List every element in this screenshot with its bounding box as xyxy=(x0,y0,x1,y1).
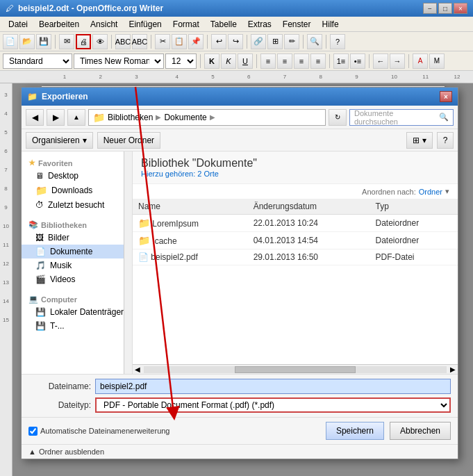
file-folder-icon-1: 📁 xyxy=(138,218,150,229)
close-button[interactable]: × xyxy=(454,3,467,14)
cancel-button[interactable]: Abbrechen xyxy=(390,422,451,440)
library-subtitle-link[interactable]: 2 Orte xyxy=(197,170,219,178)
preview-button[interactable]: 👁 xyxy=(92,34,108,49)
menu-tabelle[interactable]: Tabelle xyxy=(205,18,242,31)
sidebar-item-videos[interactable]: 🎬 Videos xyxy=(22,272,132,286)
hyperlink-button[interactable]: 🔗 xyxy=(251,34,266,49)
file-type-3: PDF-Datei xyxy=(370,249,458,265)
find-button[interactable]: 🔍 xyxy=(307,34,322,49)
sidebar-item-downloads[interactable]: 📁 Downloads xyxy=(22,183,132,198)
horizontal-scrollbar[interactable]: ◀ ▶ xyxy=(133,364,458,374)
copy-button[interactable]: 📋 xyxy=(172,34,187,49)
filename-input[interactable] xyxy=(95,379,451,394)
maximize-button[interactable]: □ xyxy=(438,3,452,14)
autocorrect-button[interactable]: ABC xyxy=(132,34,147,49)
table-row[interactable]: 📁 LoremIpsum 22.01.2013 10:24 Dateiordne… xyxy=(133,215,458,232)
save-button[interactable]: Speichern xyxy=(326,422,384,440)
minimize-button[interactable]: − xyxy=(423,3,437,14)
file-name-3: beispiel2.pdf xyxy=(151,252,197,262)
menu-fenster[interactable]: Fenster xyxy=(277,18,317,31)
italic-button[interactable]: K xyxy=(221,54,236,69)
vertical-ruler: 3 4 5 6 7 8 9 10 11 12 13 14 15 xyxy=(0,83,13,476)
menu-extras[interactable]: Extras xyxy=(242,18,277,31)
font-select[interactable]: Times New Roman xyxy=(74,54,164,69)
arrange-value[interactable]: Ordner xyxy=(419,188,442,196)
dialog-sidebar: ★ Favoriten 🖥 Desktop 📁 Downloads ⏱ Zule… xyxy=(22,151,133,374)
breadcrumb-item-libraries[interactable]: Bibliotheken xyxy=(108,113,153,122)
collapse-folders-bar[interactable]: ▲ Ordner ausblenden xyxy=(22,444,458,459)
new-document-button[interactable]: 📄 xyxy=(3,34,18,49)
scrollbar-track[interactable] xyxy=(144,366,447,373)
dialog-toolbar: Organisieren ▾ Neuer Ordner ⊞ ▾ ? xyxy=(22,129,458,151)
sidebar-item-drive-t[interactable]: 💾 T-... xyxy=(22,319,132,333)
scrollbar-thumb[interactable] xyxy=(235,366,356,373)
sidebar-item-recent[interactable]: ⏱ Zuletzt besucht xyxy=(22,198,132,212)
align-center-button[interactable]: ≡ xyxy=(277,54,292,69)
align-right-button[interactable]: ≡ xyxy=(294,54,309,69)
table-button[interactable]: ⊞ xyxy=(267,34,283,49)
font-color-button[interactable]: A xyxy=(413,54,428,69)
table-row[interactable]: 📄 beispiel2.pdf 29.01.2013 16:50 PDF-Dat… xyxy=(133,249,458,265)
menu-ansicht[interactable]: Ansicht xyxy=(85,18,123,31)
sidebar-item-music[interactable]: 🎵 Musik xyxy=(22,258,132,272)
drive-t-icon: 💾 xyxy=(35,321,46,331)
highlight-button[interactable]: M xyxy=(429,54,445,69)
auto-extension-checkbox[interactable] xyxy=(28,427,38,436)
window-icon: 🖊 xyxy=(6,3,14,13)
menu-hilfe[interactable]: Hilfe xyxy=(317,18,345,31)
organize-button[interactable]: Organisieren ▾ xyxy=(26,132,93,149)
title-bar: 🖊 beispiel2.odt - OpenOffice.org Writer … xyxy=(0,0,473,17)
numbering-button[interactable]: 1≡ xyxy=(333,54,349,69)
filetype-select[interactable]: PDF - Portable Document Format (.pdf) (*… xyxy=(95,397,451,413)
dialog-help-button[interactable]: ? xyxy=(437,132,454,149)
nav-forward-button[interactable]: ▶ xyxy=(47,109,65,126)
column-date[interactable]: Änderungsdatum xyxy=(248,199,370,215)
indent-button[interactable]: → xyxy=(390,54,405,69)
font-size-select[interactable]: 12 xyxy=(165,54,197,69)
save-button[interactable]: 💾 xyxy=(36,34,51,49)
undo-button[interactable]: ↩ xyxy=(211,34,226,49)
nav-up-button[interactable]: ▲ xyxy=(67,109,85,126)
table-row[interactable]: 📁 .cache 04.01.2013 14:54 Dateiordner xyxy=(133,232,458,249)
menu-bar: Datei Bearbeiten Ansicht Einfügen Format… xyxy=(0,17,473,32)
sidebar-item-local-drive[interactable]: 💾 Lokaler Datenträger xyxy=(22,305,132,319)
column-type[interactable]: Typ xyxy=(370,199,458,215)
column-name[interactable]: Name xyxy=(133,199,248,215)
scroll-left-button[interactable]: ◀ xyxy=(133,366,142,373)
open-button[interactable]: 📂 xyxy=(19,34,35,49)
fmt-separator-5 xyxy=(408,54,409,68)
paste-button[interactable]: 📌 xyxy=(188,34,204,49)
justify-button[interactable]: ≡ xyxy=(310,54,326,69)
menu-datei[interactable]: Datei xyxy=(3,18,33,31)
breadcrumb-item-documents[interactable]: Dokumente xyxy=(164,113,206,122)
library-subtitle: Hierzu gehören: 2 Orte xyxy=(141,170,449,178)
help-button[interactable]: ? xyxy=(330,34,345,49)
email-button[interactable]: ✉ xyxy=(59,34,74,49)
sidebar-item-documents[interactable]: 📄 Dokumente xyxy=(22,245,132,258)
nav-refresh-button[interactable]: ↻ xyxy=(329,109,347,126)
print-button[interactable]: 🖨 xyxy=(76,34,91,49)
new-folder-button[interactable]: Neuer Ordner xyxy=(97,132,160,149)
menu-bearbeiten[interactable]: Bearbeiten xyxy=(33,18,85,31)
spellcheck-button[interactable]: ABC xyxy=(115,34,131,49)
show-draw-button[interactable]: ✏ xyxy=(284,34,299,49)
style-select[interactable]: Standard xyxy=(3,54,72,69)
bullets-button[interactable]: •≡ xyxy=(350,54,365,69)
view-toggle-button[interactable]: ⊞ ▾ xyxy=(406,132,433,149)
search-box[interactable]: Dokumente durchsuchen 🔍 xyxy=(349,109,454,126)
redo-button[interactable]: ↪ xyxy=(228,34,243,49)
sidebar-item-images[interactable]: 🖼 Bilder xyxy=(22,231,132,245)
menu-einfuegen[interactable]: Einfügen xyxy=(123,18,167,31)
dialog-close-button[interactable]: × xyxy=(440,91,452,102)
underline-button[interactable]: U xyxy=(238,54,253,69)
cut-button[interactable]: ✂ xyxy=(155,34,170,49)
bold-button[interactable]: K xyxy=(204,54,219,69)
menu-format[interactable]: Format xyxy=(167,18,205,31)
sidebar-scrollbar[interactable] xyxy=(124,151,132,374)
align-left-button[interactable]: ≡ xyxy=(260,54,276,69)
outdent-button[interactable]: ← xyxy=(373,54,388,69)
desktop-icon: 🖥 xyxy=(35,171,44,181)
nav-back-button[interactable]: ◀ xyxy=(26,109,44,126)
sidebar-item-desktop[interactable]: 🖥 Desktop xyxy=(22,169,132,183)
scroll-right-button[interactable]: ▶ xyxy=(448,366,458,373)
